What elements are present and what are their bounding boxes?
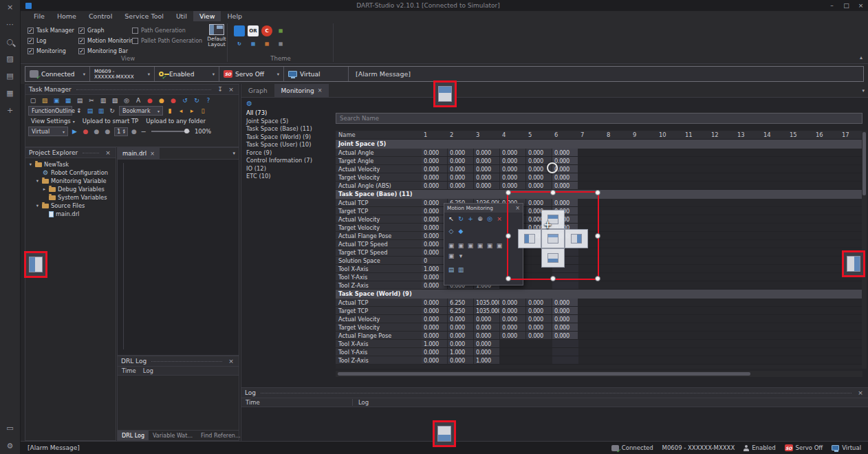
table-row-target-velocity[interactable]: Target Velocity0.0000.0000.0000.0000.000…: [336, 173, 862, 182]
close-view-icon[interactable]: ×: [495, 215, 503, 223]
close-icon[interactable]: ×: [104, 149, 112, 156]
drl-log-body[interactable]: [118, 376, 239, 430]
tab-drl-log[interactable]: DRL Log: [118, 431, 149, 440]
undo-icon[interactable]: ↺: [180, 96, 190, 105]
theme-default-icon[interactable]: [234, 25, 245, 36]
drl-log-header[interactable]: DRL Log ×: [118, 356, 239, 367]
table-row-target-tcp[interactable]: Target TCP0.0006.2501036.0000.0000.0000.…: [336, 207, 862, 215]
dock-center-right[interactable]: [565, 229, 588, 248]
view-right-icon[interactable]: ▣: [476, 241, 484, 250]
tree-item-debug-variables[interactable]: ▸Debug Variables: [25, 185, 116, 193]
stop-button[interactable]: ●: [92, 128, 101, 135]
store-icon[interactable]: ▦: [4, 88, 17, 98]
view-preset-icon[interactable]: ▣: [447, 252, 455, 260]
category-task-space-world-9[interactable]: Task Space (World) (9): [246, 133, 334, 142]
table-row-actual-velocity[interactable]: Actual Velocity0.0000.0000.0000.0000.000…: [336, 315, 862, 323]
upload-smart-tp-button[interactable]: Upload to smart TP: [80, 117, 142, 125]
spinner-arrows-icon[interactable]: ▲▼: [122, 129, 124, 134]
enable-combo[interactable]: Enabled ▾: [155, 67, 219, 81]
slider-thumb[interactable]: [184, 129, 189, 133]
expand-all-icon[interactable]: ▤: [85, 107, 95, 116]
search-input[interactable]: [336, 113, 862, 124]
font-icon[interactable]: A: [133, 96, 143, 105]
menu-tab-util[interactable]: Util: [170, 11, 193, 21]
titlebar[interactable]: DART-Studio v2.10.1 [Connected to Simula…: [21, 0, 868, 11]
upload-any-folder-button[interactable]: Upload to any folder: [143, 117, 208, 125]
dock-center-bottom[interactable]: [541, 248, 565, 268]
menu-tab-file[interactable]: File: [28, 11, 51, 21]
tree-item-source-files[interactable]: ▾Source Files: [25, 202, 116, 210]
status-virtual[interactable]: Virtual: [832, 444, 861, 451]
table-row-actual-tcp[interactable]: Actual TCP0.0006.2501036.0000.0000.0000.…: [336, 199, 862, 207]
category-etc-10[interactable]: ETC (10): [246, 173, 334, 181]
menu-tab-control[interactable]: Control: [83, 11, 118, 21]
orbit-icon[interactable]: ↻: [457, 215, 465, 223]
maximize-button[interactable]: □: [839, 2, 854, 9]
view-left-icon[interactable]: ▣: [466, 241, 475, 250]
close-icon[interactable]: ×: [856, 389, 865, 396]
table-row-solution-space[interactable]: Solution Space0: [336, 257, 862, 265]
dock-guide-left[interactable]: [24, 251, 47, 278]
breakpoint-icon[interactable]: ●: [157, 96, 166, 105]
print-icon[interactable]: ▤: [75, 96, 85, 105]
section-row-task-space-world-9[interactable]: Task Space (World) (9): [336, 290, 862, 299]
pan-icon[interactable]: +: [466, 215, 475, 223]
mode-combo[interactable]: Virtual: [284, 67, 349, 81]
table-row-target-tcp[interactable]: Target TCP0.0006.2501035.0000.0000.0000.…: [336, 307, 862, 315]
close-sidebar-icon[interactable]: ×: [4, 2, 17, 12]
zoom-out-button[interactable]: −: [141, 128, 147, 136]
run-mode-combo[interactable]: Virtual ▾: [28, 127, 68, 136]
category-io-12[interactable]: IO (12): [246, 165, 334, 173]
table-row-target-velocity[interactable]: Target Velocity0.0000.0000.0000.0000.000…: [336, 224, 862, 232]
panel-dropdown-icon[interactable]: ▾: [862, 88, 868, 94]
next-bookmark-icon[interactable]: ▸: [187, 107, 197, 116]
view-cube-icon[interactable]: ◇: [447, 227, 455, 235]
speed-spinner[interactable]: 1 ▲▼: [114, 127, 128, 136]
find-icon[interactable]: ◎: [122, 96, 131, 105]
tree-item-monitoring-variable[interactable]: ▾Monitoring Variable: [25, 177, 116, 185]
cut-icon[interactable]: ✂: [87, 96, 96, 105]
snapshot-icon[interactable]: ▤: [447, 266, 455, 274]
checkbox-log[interactable]: ✓Log: [28, 36, 78, 46]
category-task-space-user-10[interactable]: Task Space (User) (10): [246, 141, 334, 149]
bookmark-combo[interactable]: Bookmark ▾: [119, 106, 163, 116]
zoom-in-icon[interactable]: ⊕: [476, 215, 484, 223]
redo-icon[interactable]: ↻: [192, 96, 202, 105]
new-task-icon[interactable]: ▢: [28, 96, 38, 105]
scrollbar-thumb[interactable]: [338, 372, 750, 376]
save-all-icon[interactable]: ▦: [63, 96, 73, 105]
table-row-tool-z-axis[interactable]: Tool Z-Axis0.0000.0001.000: [336, 281, 862, 290]
add-icon[interactable]: +: [4, 105, 17, 115]
tab-graph[interactable]: Graph: [241, 84, 274, 98]
table-row-actual-velocity[interactable]: Actual Velocity0.0000.0000.0000.0000.000…: [336, 215, 862, 224]
table-row-target-tcp-speed[interactable]: Target TCP Speed0.0000.000: [336, 248, 862, 257]
category-task-space-base-11[interactable]: Task Space (Base) (11): [246, 125, 334, 133]
servo-combo[interactable]: SO Servo Off ▾: [219, 67, 284, 81]
theme-grid-blue-icon[interactable]: ▦: [248, 39, 259, 50]
table-row-actual-tcp[interactable]: Actual TCP0.0006.2501035.0000.0000.0000.…: [336, 299, 862, 307]
pause-button[interactable]: ●: [103, 128, 112, 135]
tree-item-system-variables[interactable]: System Variables: [25, 193, 116, 202]
table-row-actual-tcp-speed[interactable]: Actual TCP Speed0.0000.000: [336, 240, 862, 248]
project-explorer-header[interactable]: Project Explorer ×: [25, 148, 116, 158]
theme-or-icon[interactable]: OR: [248, 25, 259, 36]
search-icon[interactable]: ○: [4, 36, 17, 46]
tab-variable-watch[interactable]: Variable Wat...: [149, 431, 197, 440]
view-front-icon[interactable]: ▣: [457, 241, 465, 250]
checkbox-motion-monitoring[interactable]: ✓Motion Monitoring: [78, 36, 132, 46]
horizontal-scrollbar[interactable]: [336, 371, 862, 377]
close-icon[interactable]: ×: [150, 151, 155, 157]
clear-bookmarks-icon[interactable]: ▯: [198, 107, 208, 116]
open-icon[interactable]: ▨: [40, 96, 50, 105]
monitoring-settings-icon[interactable]: ⚙: [246, 100, 252, 107]
tree-item-newtask[interactable]: ▾NewTask: [25, 160, 116, 169]
checkbox-path-generation[interactable]: Path Generation: [132, 25, 202, 36]
settings-gear-icon[interactable]: ⚙: [4, 441, 17, 451]
close-icon[interactable]: ×: [227, 358, 235, 365]
category-control-information-7[interactable]: Control Information (7): [246, 157, 334, 165]
copy-icon[interactable]: ▥: [98, 96, 108, 105]
ribbon-collapse-button[interactable]: ▴: [860, 54, 862, 61]
view-back-icon[interactable]: ▣: [486, 241, 494, 250]
table-row-tool-y-axis[interactable]: Tool Y-Axis0.0001.0000.000: [336, 348, 862, 356]
function-outline-combo[interactable]: FunctionOutline ▾: [28, 106, 72, 116]
